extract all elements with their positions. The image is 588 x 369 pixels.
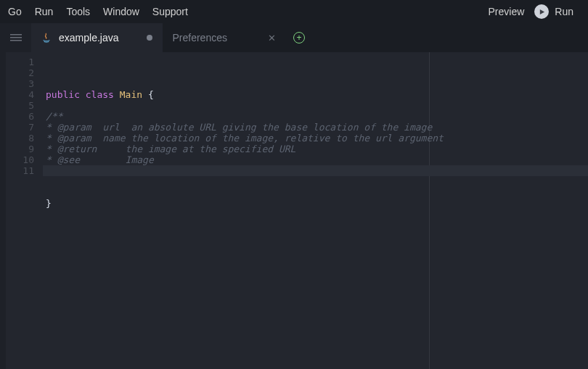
line-number: 3 — [6, 78, 43, 89]
left-rail — [0, 52, 6, 369]
run-button[interactable]: Run — [534, 4, 573, 19]
java-file-icon — [41, 33, 52, 43]
svg-rect-0 — [10, 34, 22, 36]
line-number: 5 — [6, 100, 43, 111]
code-line[interactable]: public class Main { — [43, 89, 588, 100]
new-tab-button[interactable]: + — [286, 23, 312, 52]
code-line[interactable] — [43, 165, 588, 176]
line-number: 1 — [6, 57, 43, 67]
plus-icon: + — [293, 32, 305, 43]
line-gutter: 1234567891011 — [6, 52, 43, 369]
line-number: 8 — [6, 133, 43, 144]
run-cluster: Preview Run — [489, 4, 587, 19]
menubar: Go Run Tools Window Support Preview Run — [0, 0, 588, 23]
tab-gutter[interactable] — [0, 23, 31, 52]
code-line[interactable]: /** — [43, 111, 588, 122]
line-number: 2 — [6, 67, 43, 78]
hamburger-icon — [10, 33, 22, 42]
tab-label: Preferences — [173, 32, 227, 43]
svg-rect-2 — [10, 40, 22, 41]
line-number: 9 — [6, 144, 43, 154]
play-icon — [534, 4, 549, 19]
tab-label: example.java — [59, 32, 119, 43]
dirty-indicator-icon — [147, 35, 152, 41]
tab-example-java[interactable]: example.java — [31, 23, 163, 52]
menu-tools[interactable]: Tools — [60, 6, 97, 17]
line-number: 4 — [6, 89, 43, 100]
code-area[interactable]: public class Main {/*** @param url an ab… — [43, 52, 588, 369]
code-line[interactable] — [43, 100, 588, 111]
tabbar: example.java Preferences ✕ + — [0, 23, 588, 52]
code-line[interactable]: * @param name the location of the image,… — [43, 133, 588, 144]
line-number: 6 — [6, 111, 43, 122]
code-line[interactable] — [43, 176, 588, 187]
line-number: 10 — [6, 154, 43, 165]
code-line[interactable]: * @see Image — [43, 154, 588, 165]
svg-rect-1 — [10, 37, 22, 38]
tab-preferences[interactable]: Preferences ✕ — [163, 23, 286, 52]
code-line[interactable] — [43, 187, 588, 198]
preview-button[interactable]: Preview — [489, 6, 525, 17]
menu-support[interactable]: Support — [146, 6, 195, 17]
code-line[interactable]: * @return the image at the specified URL — [43, 144, 588, 154]
editor: 1234567891011 public class Main {/*** @p… — [0, 52, 588, 369]
menu-go[interactable]: Go — [1, 6, 28, 17]
menu-window[interactable]: Window — [97, 6, 146, 17]
menu-run[interactable]: Run — [28, 6, 60, 17]
line-number: 7 — [6, 122, 43, 133]
code-line[interactable]: } — [43, 198, 588, 209]
close-icon[interactable]: ✕ — [268, 33, 276, 43]
run-label: Run — [555, 6, 573, 17]
code-line[interactable]: * @param url an absolute URL giving the … — [43, 122, 588, 133]
menu-left: Go Run Tools Window Support — [1, 6, 195, 17]
